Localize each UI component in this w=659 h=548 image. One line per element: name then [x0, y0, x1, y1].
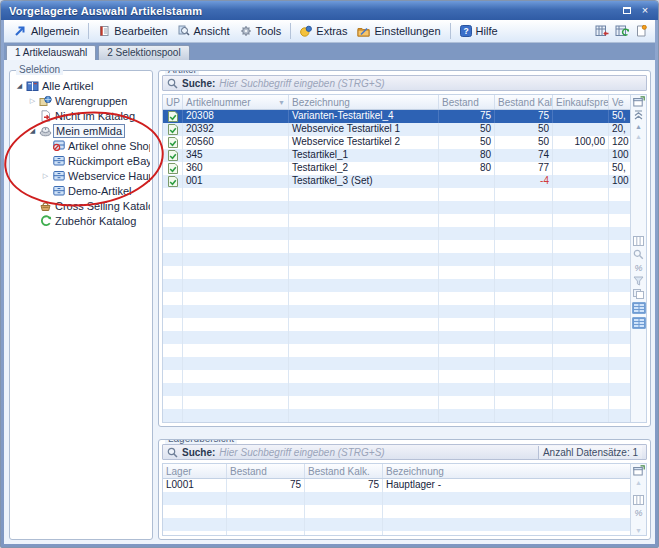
- empty-row: [163, 253, 630, 266]
- artikel-grid: UPArtikelnummer▼BezeichnungBestandBestan…: [163, 95, 630, 422]
- tree-expander-icon[interactable]: ▷: [40, 172, 51, 180]
- restore-button[interactable]: [620, 4, 634, 17]
- column-header-ve[interactable]: Ve: [609, 95, 630, 109]
- percent-tool-icon[interactable]: %: [634, 263, 642, 273]
- artikel-grid-wrap: UPArtikelnummer▼BezeichnungBestandBestan…: [162, 94, 647, 423]
- column-header-bezeichnung[interactable]: Bezeichnung: [383, 464, 630, 478]
- lager-search-input[interactable]: Hier Suchbegriff eingeben (STRG+S): [219, 447, 534, 458]
- menu-item-tools[interactable]: Tools: [235, 23, 287, 39]
- tree-item-nicht-im-katalog[interactable]: Nicht im Katalog: [12, 108, 150, 123]
- scroll-up-icon[interactable]: ▲: [635, 123, 642, 130]
- empty-row: [163, 292, 630, 305]
- cell-einkaufspreis: [553, 162, 609, 175]
- cell-einkaufspreis: [553, 110, 609, 123]
- cell-bestand: [439, 175, 495, 188]
- column-header-up[interactable]: UP: [163, 95, 183, 109]
- grid-view-icon[interactable]: [632, 302, 646, 314]
- tree-item-artikel-ohne-shop-kategorie[interactable]: Artikel ohne Shop-Kategorie: [12, 138, 150, 153]
- tree-expander-icon[interactable]: ▷: [27, 97, 38, 105]
- cell-ve: 50,: [609, 110, 630, 123]
- menu-toolbar: Allgemein Bearbeiten Ansicht Tools Extra…: [4, 20, 655, 43]
- columns-tool-icon[interactable]: [633, 495, 644, 505]
- artikel-search-bar[interactable]: Suche: Hier Suchbegriff eingeben (STRG+S…: [162, 75, 647, 91]
- article-row[interactable]: 001 Testartikel_3 (Set) -4 100: [163, 175, 630, 188]
- menu-item-einstellungen[interactable]: Einstellungen: [352, 23, 445, 39]
- menu-item-extras[interactable]: Extras: [295, 23, 352, 39]
- lager-side-strip: ▲ % ▼: [630, 464, 646, 535]
- tree-expander-icon[interactable]: ◢: [27, 127, 38, 135]
- article-row[interactable]: 345 Testartikel_1 80 74 100: [163, 149, 630, 162]
- empty-row: [163, 370, 630, 383]
- tree-item-r-ckimport-ebay[interactable]: Rückimport eBay: [12, 153, 150, 168]
- selektion-panel: Selektion ◢ Alle Artikel ▷ Warengruppen …: [9, 70, 153, 540]
- column-header-bestand-kalk[interactable]: Bestand Kalk.: [305, 464, 383, 478]
- app-window: Vorgelagerte Auswahl Artikelstamm × Allg…: [0, 0, 659, 548]
- tree-item-zubeh-r-katalog[interactable]: Zubehör Katalog: [12, 213, 150, 228]
- toolbar-separator: [450, 23, 451, 39]
- empty-row: [163, 518, 630, 531]
- column-header-lager[interactable]: Lager: [163, 464, 227, 478]
- scroll-top-icon[interactable]: [634, 110, 643, 120]
- close-button[interactable]: ×: [638, 4, 652, 17]
- bearbeiten-icon: [98, 25, 110, 37]
- cell-bezeichnung: Webservice Testartikel 2: [289, 136, 439, 149]
- tree-item-label: Zubehör Katalog: [53, 215, 138, 227]
- not-in-catalog-icon: [38, 110, 53, 122]
- tab-1-artikelauswahl[interactable]: 1 Artikelauswahl: [6, 45, 96, 60]
- column-header-einkaufspreis[interactable]: Einkaufspreis: [553, 95, 609, 109]
- cell-lager: L0001: [163, 479, 227, 492]
- menu-item-allgemein[interactable]: Allgemein: [9, 23, 84, 39]
- tree-item-label: Warengruppen: [53, 95, 129, 107]
- tab-2-selektionspool[interactable]: 2 Selektionspool: [98, 45, 189, 60]
- drawer-icon: [51, 170, 66, 181]
- tree-expander-icon[interactable]: ◢: [14, 82, 25, 90]
- menu-item-hilfe[interactable]: ? Hilfe: [455, 23, 503, 39]
- filter-tool-icon[interactable]: [633, 276, 644, 286]
- tree-item-demo-artikel[interactable]: Demo-Artikel: [12, 183, 150, 198]
- column-header-bestand-kalk[interactable]: Bestand Kalk.: [495, 95, 553, 109]
- column-chooser-icon[interactable]: [633, 465, 645, 476]
- table-sync-icon[interactable]: [615, 25, 629, 37]
- column-header-bestand[interactable]: Bestand: [227, 464, 305, 478]
- column-header-bezeichnung[interactable]: Bezeichnung: [289, 95, 439, 109]
- svg-text:?: ?: [463, 26, 468, 36]
- empty-row: [163, 396, 630, 409]
- article-row[interactable]: 20308 Varianten-Testartikel_4 75 75 50,: [163, 110, 630, 123]
- tree-item-warengruppen[interactable]: ▷ Warengruppen: [12, 93, 150, 108]
- column-chooser-icon[interactable]: [633, 96, 645, 107]
- cell-bezeichnung: Webservice Testartikel 1: [289, 123, 439, 136]
- empty-row: [163, 409, 630, 422]
- menu-item-label: Extras: [316, 25, 347, 37]
- layout-tool-icon[interactable]: [633, 289, 644, 299]
- scroll-up-dim-icon: ▲: [635, 479, 642, 486]
- menu-item-ansicht[interactable]: Ansicht: [173, 23, 235, 39]
- menu-item-label: Tools: [256, 25, 282, 37]
- article-row[interactable]: 20560 Webservice Testartikel 2 50 50 100…: [163, 136, 630, 149]
- columns-tool-icon[interactable]: [633, 236, 644, 246]
- cell-einkaufspreis: [553, 175, 609, 188]
- tree-item-mein-emmida[interactable]: ◢ Mein emMida: [12, 123, 150, 138]
- percent-tool-icon[interactable]: %: [634, 508, 642, 518]
- article-row[interactable]: 20392 Webservice Testartikel 1 50 50 20,: [163, 123, 630, 136]
- tree-item-alle-artikel[interactable]: ◢ Alle Artikel: [12, 78, 150, 93]
- new-document-icon[interactable]: [635, 25, 647, 37]
- sort-desc-icon: ▼: [276, 99, 285, 106]
- search-tool-icon[interactable]: [633, 249, 644, 260]
- menu-item-bearbeiten[interactable]: Bearbeiten: [93, 23, 172, 39]
- artikel-search-input[interactable]: Hier Suchbegriff eingeben (STRG+S): [219, 78, 642, 89]
- table-import-icon[interactable]: [595, 25, 609, 37]
- tree-item-webservice-hauptkategorie[interactable]: ▷ Webservice Hauptkategorie: [12, 168, 150, 183]
- article-row[interactable]: 360 Testartikel_2 80 77 50,: [163, 162, 630, 175]
- cell-bezeichnung: Hauptlager -: [383, 479, 630, 492]
- menu-item-label: Allgemein: [31, 25, 79, 37]
- column-header-artikelnummer[interactable]: Artikelnummer▼: [183, 95, 289, 109]
- recycle-icon: [38, 215, 53, 227]
- grid-view-alt-icon[interactable]: [632, 317, 646, 329]
- lager-search-bar[interactable]: Suche: Hier Suchbegriff eingeben (STRG+S…: [162, 444, 647, 460]
- lager-row[interactable]: L0001 75 75 Hauptlager -: [163, 479, 630, 492]
- catalog-icon: [25, 80, 40, 92]
- selektion-panel-label: Selektion: [16, 65, 63, 75]
- column-header-bestand[interactable]: Bestand: [439, 95, 495, 109]
- tree-item-label: Demo-Artikel: [66, 185, 134, 197]
- tree-item-cross-selling-katalog[interactable]: Cross Selling Katalog: [12, 198, 150, 213]
